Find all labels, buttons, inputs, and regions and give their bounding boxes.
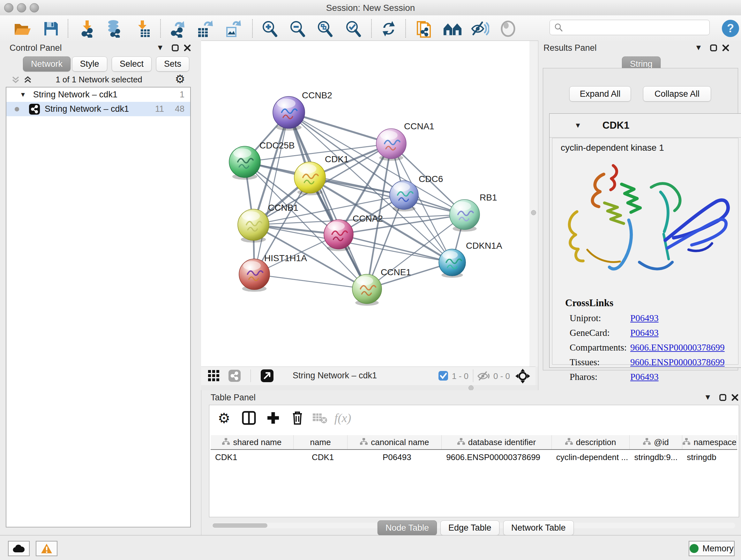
delete-column-icon[interactable] — [288, 410, 307, 426]
table-cell[interactable]: stringdb:9... — [630, 450, 682, 464]
function-builder-icon[interactable]: f(x) — [334, 410, 352, 426]
column-header[interactable]: description — [552, 435, 630, 449]
column-header[interactable]: name — [293, 435, 348, 449]
table-cell[interactable]: 9606.ENSP00000378699 — [442, 450, 552, 464]
table-cell[interactable]: CDK1 — [211, 450, 293, 464]
grid-view-icon[interactable] — [208, 370, 219, 383]
crosslink-label: Uniprot: — [561, 313, 630, 323]
memory-button[interactable]: Memory — [689, 541, 735, 556]
panel-close-icon[interactable] — [184, 44, 191, 51]
import-table-icon[interactable] — [133, 20, 152, 38]
crosslink-value[interactable]: P06493 — [630, 327, 659, 338]
show-columns-icon[interactable] — [240, 410, 258, 426]
open-session-icon[interactable] — [13, 20, 32, 38]
save-session-icon[interactable] — [42, 20, 61, 38]
table-cell[interactable]: stringdb — [682, 450, 737, 464]
crosslink-value[interactable]: 9606.ENSP00000378699 — [630, 342, 725, 353]
birdseye-icon[interactable] — [515, 369, 530, 385]
results-splitter[interactable] — [529, 41, 538, 367]
panel-float-icon[interactable] — [719, 394, 726, 401]
crosslink-label: Pharos: — [561, 372, 630, 382]
crosslink-value[interactable]: 9606.ENSP00000378699 — [630, 357, 725, 368]
panel-menu-icon[interactable]: ▼ — [156, 43, 164, 52]
zoom-in-icon[interactable] — [260, 20, 279, 38]
tab-sets[interactable]: Sets — [156, 57, 189, 71]
column-label: name — [310, 437, 331, 447]
column-header[interactable]: database identifier — [442, 435, 552, 449]
hide-selected-icon[interactable] — [470, 20, 489, 38]
export-network-icon[interactable] — [169, 20, 188, 38]
panel-float-icon[interactable] — [172, 44, 179, 51]
node-table: shared namenamecanonical namedatabase id… — [211, 435, 737, 464]
panel-menu-icon[interactable]: ▼ — [704, 393, 712, 401]
control-panel-tabs: NetworkStyleSelectSets — [0, 57, 201, 72]
network-collection-row[interactable]: ▼ String Network – cdk1 1 — [6, 87, 190, 102]
network-label: String Network – cdk1 — [45, 104, 129, 114]
column-header[interactable]: shared name — [211, 435, 293, 449]
tab-edge-table[interactable]: Edge Table — [441, 520, 499, 536]
collection-expand-icon[interactable]: ▼ — [20, 91, 26, 98]
column-header[interactable]: @id — [630, 435, 682, 449]
expand-all-button[interactable]: Expand All — [569, 86, 631, 102]
cloud-button[interactable] — [8, 541, 30, 556]
zoom-fit-icon[interactable] — [315, 20, 334, 38]
clone-network-icon[interactable] — [415, 20, 434, 38]
tab-node-table[interactable]: Node Table — [378, 520, 437, 536]
node-label-rb1: RB1 — [480, 192, 497, 202]
crosslink-value[interactable]: P06493 — [630, 313, 659, 323]
table-row[interactable]: CDK1CDK1P064939606.ENSP00000378699cyclin… — [211, 450, 737, 464]
column-header[interactable]: namespace — [682, 435, 737, 449]
panel-float-icon[interactable] — [710, 44, 717, 51]
help-icon[interactable]: ? — [722, 20, 739, 37]
network-tree: ▼ String Network – cdk1 1 String Network… — [6, 87, 191, 527]
collapse-all-icon[interactable] — [11, 76, 20, 84]
network-edge[interactable] — [254, 112, 289, 274]
table-cell[interactable]: cyclin-dependent ... — [552, 450, 630, 464]
network-edge[interactable] — [254, 274, 367, 289]
network-canvas[interactable]: CCNB2CCNA1CDC25BCDK1CDC6RB1CCNB1CCNA2CDK… — [201, 41, 529, 367]
network-view-title: String Network – cdk1 — [293, 371, 377, 381]
panel-close-icon[interactable] — [722, 44, 729, 51]
protein-details: cyclin-dependent kinase 1 — [552, 138, 738, 365]
tab-network[interactable]: Network — [23, 57, 71, 71]
add-column-icon[interactable] — [264, 410, 282, 426]
selected-checkbox-icon[interactable] — [438, 371, 448, 382]
string-home-icon[interactable] — [443, 20, 462, 38]
tab-style[interactable]: Style — [72, 57, 107, 71]
delete-table-icon[interactable] — [311, 410, 329, 426]
tab-select[interactable]: Select — [112, 57, 151, 71]
node-label-ccna2: CCNA2 — [353, 213, 383, 224]
table-cell[interactable]: P06493 — [347, 450, 442, 464]
column-network-icon — [565, 437, 573, 447]
expand-all-icon[interactable] — [23, 76, 32, 84]
collapse-all-button[interactable]: Collapse All — [643, 86, 711, 102]
panel-close-icon[interactable] — [731, 394, 738, 401]
hidden-eye-icon[interactable] — [477, 371, 491, 383]
table-cell[interactable]: CDK1 — [293, 450, 348, 464]
show-graphics-details-icon[interactable] — [498, 20, 518, 38]
column-network-icon — [643, 437, 651, 447]
column-header[interactable]: canonical name — [347, 435, 442, 449]
warning-button[interactable] — [36, 541, 57, 556]
section-collapse-icon[interactable]: ▼ — [575, 121, 582, 130]
import-network-file-icon[interactable] — [77, 20, 96, 38]
table-settings-gear-icon[interactable]: ⚙ — [215, 410, 233, 426]
open-in-new-window-icon[interactable] — [260, 369, 274, 384]
zoom-out-icon[interactable] — [288, 20, 307, 38]
export-image-icon[interactable] — [223, 20, 243, 38]
refresh-icon[interactable] — [379, 20, 398, 38]
column-network-icon — [222, 437, 230, 447]
search-icon — [554, 23, 563, 32]
crosslink-value[interactable]: P06493 — [630, 372, 659, 382]
protein-section-header[interactable]: ▼ CDK1 — [549, 114, 741, 138]
import-network-database-icon[interactable] — [105, 20, 124, 38]
export-table-icon[interactable] — [196, 20, 215, 38]
search-input[interactable] — [563, 23, 710, 33]
panel-menu-icon[interactable]: ▼ — [695, 43, 702, 52]
crosslink-label: Compartments: — [561, 342, 630, 353]
network-list-share-icon[interactable] — [228, 369, 241, 383]
network-options-gear-icon[interactable]: ⚙ — [175, 72, 185, 86]
network-row[interactable]: String Network – cdk1 11 48 — [6, 102, 190, 116]
zoom-selected-icon[interactable] — [344, 20, 363, 38]
tab-network-table[interactable]: Network Table — [503, 520, 574, 536]
